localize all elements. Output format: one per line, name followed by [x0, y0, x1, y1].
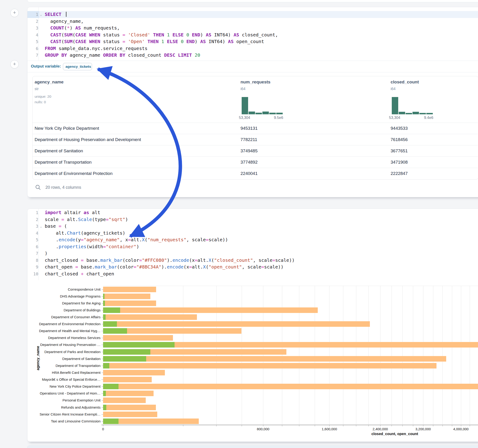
- category-label: Taxi and Limousine Commission: [31, 419, 101, 423]
- bar-open: [103, 349, 150, 355]
- x-tick: [442, 425, 443, 426]
- bar-open: [103, 405, 106, 410]
- bar-open: [103, 294, 104, 299]
- category-label: Department of Health and Mental Hyg…: [31, 329, 101, 333]
- next-cell-edge: [27, 445, 478, 448]
- x-tick: [356, 425, 356, 426]
- x-tick: [380, 425, 380, 426]
- gridline: [452, 286, 452, 425]
- bar-closed: [103, 370, 165, 375]
- y-tick: [101, 414, 103, 415]
- gridline: [183, 286, 183, 425]
- x-tick: [299, 425, 299, 426]
- y-tick: [101, 359, 103, 359]
- category-label: Correspondence Unit: [31, 287, 101, 291]
- bar-closed: [103, 412, 157, 417]
- y-tick: [101, 324, 103, 324]
- category-label: Department of Buildings: [31, 308, 101, 312]
- y-tick: [101, 289, 103, 290]
- x-tick: [242, 425, 242, 426]
- category-label: Department of Environmental Protection: [31, 322, 101, 326]
- bar-closed: [103, 321, 370, 327]
- gridline: [442, 286, 443, 425]
- gridline: [343, 286, 343, 425]
- bar-closed: [103, 391, 154, 396]
- bar-closed: [103, 314, 197, 320]
- bar-closed: [103, 363, 436, 368]
- bar-open: [103, 363, 109, 368]
- bar-open: [103, 314, 106, 320]
- x-tick: [461, 425, 461, 426]
- x-tick: [413, 425, 413, 426]
- gridline: [242, 286, 242, 425]
- x-tick: [452, 425, 452, 426]
- gridline: [391, 286, 392, 425]
- y-axis-title: agency_name: [36, 346, 40, 370]
- category-label: Department of Housing Preservation …: [31, 343, 101, 347]
- bar-closed: [103, 405, 156, 410]
- y-tick: [101, 303, 103, 304]
- gridline: [402, 286, 403, 425]
- category-label: Operations Unit - Department of Hom…: [31, 391, 101, 395]
- x-tick: [103, 425, 103, 426]
- gridline: [263, 286, 263, 425]
- x-tick: [329, 425, 329, 426]
- x-axis-line: [101, 425, 478, 425]
- bar-closed: [103, 287, 156, 292]
- y-tick: [101, 380, 103, 380]
- category-label: DHS Advantage Programs: [31, 294, 101, 298]
- category-label: Department for the Aging: [31, 301, 101, 305]
- x-tick: [263, 425, 263, 426]
- x-tick-label: 800,000: [257, 427, 269, 431]
- y-tick: [101, 366, 103, 366]
- y-tick: [101, 331, 103, 331]
- bar-closed: [103, 300, 156, 306]
- x-tick: [433, 425, 433, 426]
- gridline: [299, 286, 299, 425]
- category-label: Department of Consumer Affairs: [31, 315, 101, 319]
- y-tick: [101, 421, 103, 422]
- x-axis-title: closed_count, open_count: [371, 432, 418, 436]
- bar-closed: [103, 377, 152, 382]
- x-tick-label: 4,000,000: [453, 427, 469, 431]
- gridline: [282, 286, 282, 425]
- bar-open: [103, 391, 106, 396]
- gridline: [433, 286, 433, 425]
- category-label: Department of Sanitation: [31, 357, 101, 361]
- bar-open: [103, 418, 119, 424]
- y-tick: [101, 338, 103, 338]
- bar-open: [103, 307, 120, 313]
- y-tick: [101, 352, 103, 352]
- x-tick: [470, 425, 470, 426]
- category-label: Department of Parks and Recreation: [31, 350, 101, 354]
- gridline: [470, 286, 470, 425]
- category-label: Personal Exemption Unit: [31, 398, 101, 402]
- x-tick: [315, 425, 315, 426]
- y-tick: [101, 296, 103, 297]
- y-tick: [101, 317, 103, 317]
- x-tick: [368, 425, 369, 426]
- x-tick-label: 2,400,000: [373, 427, 388, 431]
- gridline: [356, 286, 356, 425]
- x-tick: [423, 425, 423, 426]
- category-label: New York City Police Department: [31, 384, 101, 388]
- bar-open: [103, 342, 175, 348]
- bar-open: [103, 384, 119, 389]
- bar-closed: [103, 294, 150, 299]
- gridline: [423, 286, 423, 425]
- category-label: Refunds and Adjustments: [31, 405, 101, 409]
- x-tick: [343, 425, 343, 426]
- x-tick-label: 3,200,000: [415, 427, 431, 431]
- bar-closed: [103, 307, 318, 313]
- bar-open: [103, 356, 146, 361]
- category-label: HRA Benefit Card Replacement: [31, 371, 101, 374]
- gridline: [329, 286, 329, 425]
- bar-open: [103, 300, 105, 306]
- x-tick-label: 0: [102, 427, 104, 431]
- bar-open: [103, 328, 127, 334]
- gridline: [380, 286, 380, 425]
- x-tick: [282, 425, 282, 426]
- gridline: [315, 286, 315, 425]
- bar-closed: [103, 398, 146, 403]
- y-tick: [101, 373, 103, 373]
